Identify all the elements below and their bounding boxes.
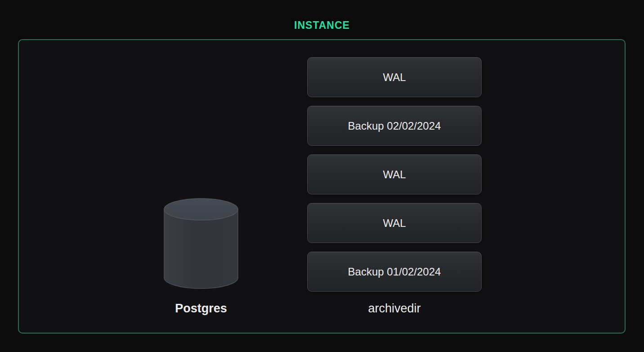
- backup-box: Backup 01/02/2024: [307, 252, 482, 292]
- backup-box-label: Backup 02/02/2024: [348, 120, 441, 132]
- wal-box-label: WAL: [383, 71, 406, 84]
- instance-title: INSTANCE: [0, 19, 644, 32]
- wal-box: WAL: [307, 203, 482, 243]
- postgres-label: Postgres: [163, 302, 239, 316]
- wal-box-label: WAL: [383, 168, 406, 181]
- backup-box: Backup 02/02/2024: [307, 106, 482, 146]
- database-cylinder-icon: [163, 198, 239, 289]
- backup-box-label: Backup 01/02/2024: [348, 266, 441, 278]
- instance-boundary: Postgres WAL Backup 02/02/2024 WAL WAL B…: [18, 39, 626, 334]
- wal-box: WAL: [307, 154, 482, 194]
- wal-box: WAL: [307, 57, 482, 97]
- wal-box-label: WAL: [383, 217, 406, 230]
- archivedir-label: archivedir: [307, 302, 482, 316]
